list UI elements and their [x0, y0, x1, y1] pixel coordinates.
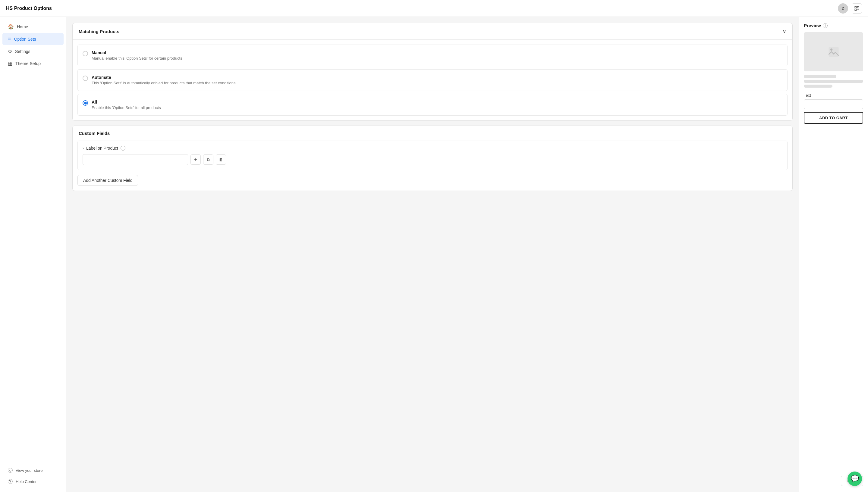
home-icon: 🏠	[8, 24, 14, 29]
custom-field-input-row: + ⧉ 🗑	[83, 154, 782, 165]
preview-skeleton-line-2	[804, 80, 863, 83]
svg-rect-0	[855, 6, 856, 8]
sidebar-item-view-store[interactable]: ○ View your store	[2, 465, 64, 476]
radio-manual-circle	[83, 51, 88, 56]
radio-manual-label: Manual	[92, 50, 182, 55]
sidebar-item-help-center-label: Help Center	[16, 479, 37, 484]
preview-skeleton-line-3	[804, 84, 832, 88]
sidebar-bottom: ○ View your store ? Help Center	[0, 461, 66, 488]
copy-icon: ⧉	[207, 157, 210, 162]
preview-panel: Preview i Text ADD TO CART Save	[799, 17, 868, 492]
sidebar-item-view-store-label: View your store	[16, 468, 43, 473]
layout: 🏠 Home ≡ Option Sets ⚙ Settings ▦ Theme …	[0, 17, 868, 492]
preview-image	[804, 32, 863, 71]
matching-products-header[interactable]: Matching Products ∨	[73, 23, 792, 40]
radio-option-automate[interactable]: Automate This 'Option Sets' is automatic…	[77, 69, 788, 91]
trash-icon: 🗑	[219, 157, 223, 162]
radio-manual-content: Manual Manual enable this 'Option Sets' …	[92, 50, 182, 60]
custom-field-row: › Label on Product i + ⧉ 🗑	[77, 141, 788, 170]
radio-automate-desc: This 'Option Sets' is automatically enbl…	[92, 81, 236, 85]
theme-icon: ▦	[8, 60, 13, 66]
custom-field-add-btn[interactable]: +	[190, 154, 201, 165]
radio-automate-content: Automate This 'Option Sets' is automatic…	[92, 75, 236, 85]
share-icon-btn[interactable]	[852, 3, 862, 14]
svg-rect-2	[855, 9, 856, 10]
custom-field-label-text: Label on Product	[86, 146, 118, 151]
svg-point-4	[830, 48, 832, 51]
radio-automate-circle	[83, 76, 88, 81]
custom-field-row-header[interactable]: › Label on Product i	[83, 146, 782, 151]
preview-skeleton-line-1	[804, 75, 836, 78]
avatar[interactable]: Z	[838, 3, 848, 14]
preview-add-to-cart-label: ADD TO CART	[819, 116, 848, 120]
view-store-icon: ○	[8, 468, 13, 473]
header: HS Product Options Z	[0, 0, 868, 17]
preview-title-text: Preview	[804, 23, 821, 28]
svg-rect-3	[828, 47, 839, 57]
radio-automate-label: Automate	[92, 75, 236, 80]
sidebar: 🏠 Home ≡ Option Sets ⚙ Settings ▦ Theme …	[0, 17, 66, 492]
sidebar-item-settings[interactable]: ⚙ Settings	[2, 46, 64, 57]
radio-option-all[interactable]: All Enable this 'Option Sets' for all pr…	[77, 94, 788, 116]
matching-products-card: Matching Products ∨ Manual Manual enable…	[72, 23, 793, 121]
radio-all-desc: Enable this 'Option Sets' for all produc…	[92, 105, 161, 110]
matching-products-chevron-icon: ∨	[782, 28, 786, 34]
preview-text-input[interactable]	[804, 99, 863, 109]
custom-field-input[interactable]	[83, 154, 188, 165]
custom-field-delete-btn[interactable]: 🗑	[216, 154, 226, 165]
radio-option-manual[interactable]: Manual Manual enable this 'Option Sets' …	[77, 45, 788, 66]
custom-fields-body: › Label on Product i + ⧉ 🗑	[73, 138, 792, 191]
preview-add-to-cart-button[interactable]: ADD TO CART	[804, 112, 863, 124]
sidebar-item-option-sets-label: Option Sets	[14, 37, 36, 42]
main-content: Matching Products ∨ Manual Manual enable…	[66, 17, 799, 492]
sidebar-item-theme-setup[interactable]: ▦ Theme Setup	[2, 57, 64, 69]
sidebar-item-home-label: Home	[17, 24, 28, 29]
sidebar-item-help-center[interactable]: ? Help Center	[2, 476, 64, 487]
matching-products-title: Matching Products	[79, 29, 119, 34]
add-custom-field-label: Add Another Custom Field	[83, 178, 132, 183]
preview-title: Preview i	[804, 23, 863, 28]
custom-field-copy-btn[interactable]: ⧉	[203, 154, 213, 165]
custom-field-info-icon: i	[121, 146, 125, 151]
svg-rect-1	[858, 6, 859, 8]
list-icon: ≡	[8, 36, 11, 42]
sidebar-item-option-sets[interactable]: ≡ Option Sets	[2, 33, 64, 45]
matching-products-body: Manual Manual enable this 'Option Sets' …	[73, 40, 792, 120]
sidebar-item-theme-setup-label: Theme Setup	[15, 61, 41, 66]
chat-button[interactable]: 💬	[847, 471, 862, 486]
add-custom-field-button[interactable]: Add Another Custom Field	[77, 175, 138, 186]
custom-fields-header[interactable]: Custom Fields	[73, 126, 792, 138]
plus-icon: +	[194, 157, 197, 162]
radio-manual-desc: Manual enable this 'Option Sets' for cer…	[92, 56, 182, 60]
radio-all-label: All	[92, 100, 161, 104]
chat-icon: 💬	[851, 475, 859, 483]
custom-fields-title: Custom Fields	[79, 131, 110, 136]
radio-all-circle	[83, 100, 88, 106]
custom-field-chevron-icon: ›	[83, 146, 84, 150]
image-placeholder-icon	[827, 45, 840, 58]
help-center-icon: ?	[8, 479, 13, 484]
header-actions: Z	[838, 3, 862, 14]
sidebar-nav: 🏠 Home ≡ Option Sets ⚙ Settings ▦ Theme …	[0, 21, 66, 461]
preview-text-label: Text	[804, 93, 863, 98]
custom-fields-card: Custom Fields › Label on Product i +	[72, 126, 793, 191]
settings-icon: ⚙	[8, 48, 12, 54]
preview-info-icon: i	[823, 23, 828, 28]
radio-all-content: All Enable this 'Option Sets' for all pr…	[92, 100, 161, 110]
sidebar-item-home[interactable]: 🏠 Home	[2, 21, 64, 32]
sidebar-item-settings-label: Settings	[15, 49, 30, 54]
app-title: HS Product Options	[6, 6, 52, 11]
